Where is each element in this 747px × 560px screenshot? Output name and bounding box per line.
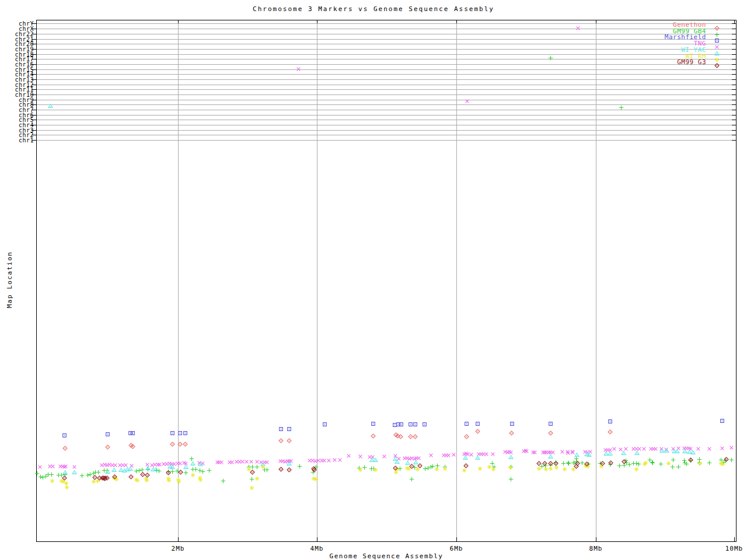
wi-yac-point — [475, 452, 480, 463]
asterisk-icon — [190, 473, 196, 478]
gm99-g3-point — [104, 472, 110, 483]
tng-point — [532, 446, 537, 457]
diamond-dot-icon — [170, 442, 175, 447]
wi-rh-point — [508, 461, 513, 473]
wi-rh-point — [260, 461, 266, 472]
chart-title: Chromosome 3 Markers vs Genome Sequence … — [0, 5, 747, 13]
diamond-dot-icon — [622, 459, 627, 464]
tng-point — [465, 95, 470, 106]
wi-yac-point — [48, 100, 53, 111]
diamond-dot-icon — [548, 430, 553, 436]
wi-rh-point — [198, 474, 203, 485]
y-tick — [732, 69, 736, 70]
gm99-gb4-point — [79, 470, 85, 481]
square-dot-icon — [322, 422, 327, 427]
gm99-g3-point — [584, 458, 589, 469]
wi-yac-point — [190, 457, 196, 468]
genethon-point — [177, 438, 183, 449]
plus-icon — [409, 477, 414, 482]
marshfield-point — [287, 423, 292, 434]
cross-icon — [720, 446, 725, 451]
y-tick — [732, 94, 736, 95]
tng-point — [575, 22, 581, 33]
asterisk-icon — [260, 464, 266, 470]
plus-icon — [221, 478, 226, 484]
marshfield-point — [278, 423, 284, 434]
y-tick — [732, 39, 736, 40]
diamond-dot-icon — [398, 434, 403, 439]
x-tick — [317, 537, 317, 542]
wi-yac-point — [183, 461, 189, 472]
wi-yac-point — [664, 444, 669, 456]
diamond-dot-icon — [542, 461, 547, 466]
plus-icon — [676, 464, 681, 470]
tng-point — [469, 449, 474, 460]
x-axis-label: Genome Sequence Assembly — [0, 552, 747, 560]
gm99-gb4-point — [508, 473, 514, 484]
y-tick — [732, 44, 736, 44]
y-tick — [732, 110, 736, 110]
gm99-g3-point — [178, 466, 183, 477]
x-tick — [734, 20, 735, 23]
diamond-dot-icon — [371, 433, 376, 439]
gm99-g3-point — [145, 469, 150, 480]
marshfield-point — [371, 418, 376, 429]
y-tick — [732, 125, 736, 125]
diamond-dot-icon — [548, 461, 553, 466]
gm99-g3-point — [250, 466, 255, 477]
y-tick — [732, 120, 736, 120]
gm99-gb4-point — [297, 460, 302, 471]
x-tick — [178, 20, 179, 23]
asterisk-icon — [442, 466, 448, 471]
gm99-gb4-point — [650, 457, 655, 468]
triangle-dot-icon — [190, 461, 196, 466]
marshfield-point — [548, 418, 553, 429]
asterisk-icon — [50, 478, 55, 484]
tng-point — [653, 443, 658, 454]
asterisk-icon — [491, 467, 496, 472]
asterisk-icon — [254, 476, 260, 481]
square-dot-icon — [278, 426, 284, 432]
plus-icon — [548, 55, 553, 61]
diamond-dot-icon — [463, 463, 469, 468]
diamond-dot-icon — [145, 473, 150, 478]
tng-point — [326, 454, 331, 466]
genethon-point — [62, 442, 68, 453]
cross-icon — [337, 457, 343, 463]
chr-row-label-chr1: chr1 — [8, 138, 34, 143]
asterisk-icon — [313, 477, 319, 482]
mb-gridline — [596, 20, 596, 541]
wi-rh-point — [249, 482, 254, 493]
gm99-gb4-point — [676, 461, 681, 472]
marshfield-point — [62, 429, 67, 440]
tng-point — [484, 448, 489, 459]
triangle-dot-icon — [587, 452, 592, 457]
chr-gridline — [37, 74, 736, 75]
square-dot-icon — [177, 430, 183, 436]
cross-icon — [50, 464, 55, 469]
triangle-dot-icon — [508, 454, 514, 460]
tng-point — [296, 63, 301, 74]
marshfield-point — [422, 418, 427, 429]
diamond-dot-icon — [393, 466, 398, 471]
chr-gridline — [37, 79, 736, 80]
tng-point — [707, 443, 712, 454]
square-dot-icon — [413, 422, 418, 427]
genethon-point — [413, 430, 418, 442]
square-dot-icon — [548, 421, 553, 426]
gm99-g3-point — [278, 463, 284, 474]
cross-icon — [296, 66, 301, 72]
wi-yac-point — [634, 447, 640, 458]
legend-label: GM99 G3 — [589, 59, 706, 65]
wi-rh-point — [254, 473, 260, 484]
square-dot-icon — [399, 422, 404, 427]
y-tick — [732, 130, 736, 131]
diamond-dot-icon — [62, 475, 67, 481]
square-dot-icon — [720, 418, 725, 424]
wi-rh-point — [634, 463, 639, 474]
triangle-dot-icon — [634, 450, 640, 456]
asterisk-icon — [562, 467, 567, 472]
gm99-g3-point — [417, 460, 423, 471]
square-dot-icon — [371, 421, 376, 426]
asterisk-icon — [373, 467, 378, 473]
